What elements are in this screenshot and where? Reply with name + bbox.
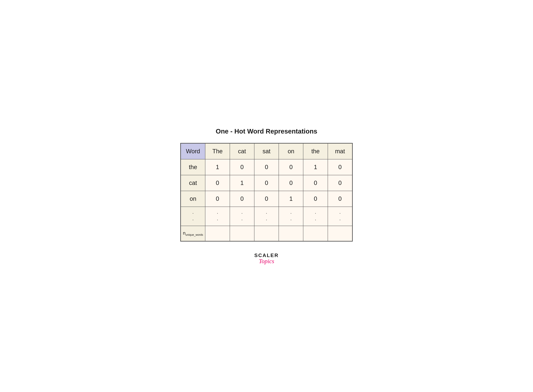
cell-cat-5: 0 (328, 175, 352, 191)
row-label-the: the (181, 159, 205, 175)
header-mat: mat (328, 143, 352, 159)
cell-cat-4: 0 (303, 175, 328, 191)
cell-the-5: 0 (328, 159, 352, 175)
one-hot-table: Word The cat sat on the mat the 1 0 0 0 … (181, 143, 352, 241)
last-cell-3 (254, 226, 279, 241)
dots-cell: ·· (328, 207, 352, 226)
cell-on-5: 0 (328, 191, 352, 207)
cell-cat-0: 0 (205, 175, 230, 191)
last-cell-1 (205, 226, 230, 241)
dots-row: ·· ·· ·· ·· ·· ·· ·· (181, 207, 352, 226)
row-label-cat: cat (181, 175, 205, 191)
table-container: Word The cat sat on the mat the 1 0 0 0 … (180, 143, 353, 242)
dots-cell: ·· (303, 207, 328, 226)
header-row: Word The cat sat on the mat (181, 143, 352, 159)
logo-scaler: SCALER (254, 252, 279, 258)
cell-on-3: 1 (279, 191, 303, 207)
table-row: on 0 0 0 1 0 0 (181, 191, 352, 207)
row-label-on: on (181, 191, 205, 207)
last-cell-2 (230, 226, 254, 241)
table-row: the 1 0 0 0 1 0 (181, 159, 352, 175)
last-cell-6 (328, 226, 352, 241)
cell-cat-3: 0 (279, 175, 303, 191)
cell-the-4: 1 (303, 159, 328, 175)
cell-the-1: 0 (230, 159, 254, 175)
cell-the-0: 1 (205, 159, 230, 175)
header-sat: sat (254, 143, 279, 159)
cell-on-0: 0 (205, 191, 230, 207)
cell-on-4: 0 (303, 191, 328, 207)
n-subscript: unique_words (185, 233, 203, 236)
page-title: One - Hot Word Representations (216, 128, 317, 135)
dots-cell: ·· (205, 207, 230, 226)
cell-cat-1: 1 (230, 175, 254, 191)
header-the: The (205, 143, 230, 159)
last-cell-5 (303, 226, 328, 241)
cell-the-3: 0 (279, 159, 303, 175)
header-cat: cat (230, 143, 254, 159)
last-cell-4 (279, 226, 303, 241)
header-the2: the (303, 143, 328, 159)
cell-on-1: 0 (230, 191, 254, 207)
logo-topics: Topics (259, 258, 274, 265)
dots-cell: ·· (230, 207, 254, 226)
last-row: nunique_words (181, 226, 352, 241)
header-word: Word (181, 143, 205, 159)
dots-cell: ·· (254, 207, 279, 226)
n-label: n (183, 230, 186, 236)
cell-on-2: 0 (254, 191, 279, 207)
table-row: cat 0 1 0 0 0 0 (181, 175, 352, 191)
dots-cell: ·· (181, 207, 205, 226)
header-on: on (279, 143, 303, 159)
cell-the-2: 0 (254, 159, 279, 175)
row-label-n-unique: nunique_words (181, 226, 205, 241)
cell-cat-2: 0 (254, 175, 279, 191)
logo-container: SCALER Topics (254, 252, 279, 265)
dots-cell: ·· (279, 207, 303, 226)
